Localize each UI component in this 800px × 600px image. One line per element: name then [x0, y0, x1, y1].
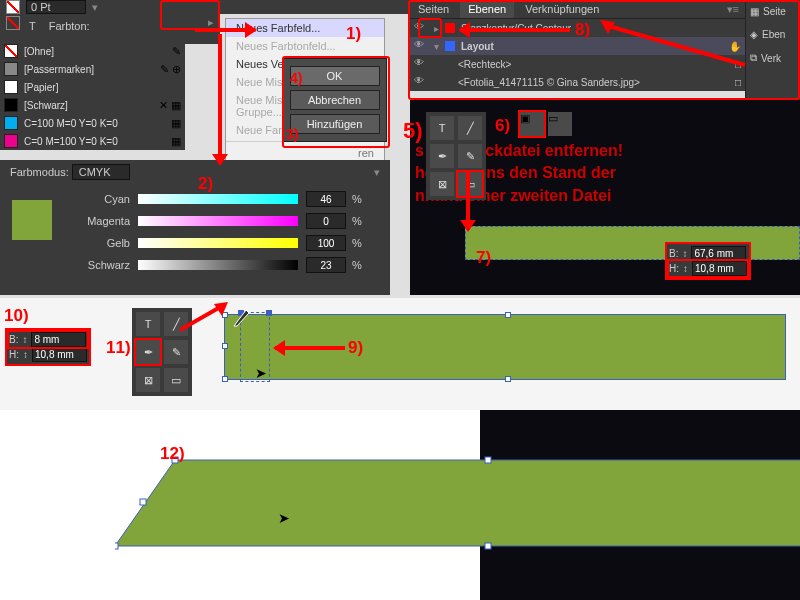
annotation-label: 12) — [160, 444, 185, 464]
none-swatch-icon — [4, 44, 18, 58]
pencil-icon: ✎ — [172, 45, 181, 58]
annotation-box — [160, 0, 220, 30]
magenta-swatch-icon — [4, 134, 18, 148]
annotation-arrow — [180, 302, 230, 332]
colormode-select[interactable]: CMYK — [72, 164, 130, 180]
swatch-row[interactable]: [Passermarken] ✎ ⊕ — [0, 60, 185, 78]
frame-tool-icon[interactable]: ⊠ — [430, 172, 454, 196]
type-tool-icon[interactable]: T — [430, 116, 454, 140]
swatch-name: [Schwarz] — [24, 100, 153, 111]
swatch-row[interactable]: [Schwarz] ✕ ▦ — [0, 96, 185, 114]
slider-track[interactable] — [138, 260, 298, 270]
svg-rect-3 — [115, 543, 118, 549]
annotation-label: 5) — [403, 118, 423, 144]
height-field[interactable] — [32, 347, 87, 362]
annotation-label: 2) — [198, 174, 213, 194]
slider-value-input[interactable] — [306, 257, 346, 273]
slider-yellow[interactable]: Gelb % — [70, 232, 380, 254]
swatch-name: C=100 M=0 Y=0 K=0 — [24, 118, 165, 129]
tool-cluster-frame: ▣ ▭ — [520, 112, 572, 136]
width-field[interactable] — [31, 332, 86, 347]
swatch-row[interactable]: [Papier] — [0, 78, 185, 96]
percent-label: % — [352, 215, 362, 227]
annotation-label: 1) — [346, 24, 361, 44]
annotation-arrow — [466, 170, 470, 230]
pencil-tool-icon[interactable]: ✎ — [164, 340, 188, 364]
cyan-swatch-icon — [4, 116, 18, 130]
slider-label: Cyan — [70, 193, 130, 205]
swatch-name: [Passermarken] — [24, 64, 154, 75]
slider-label: Gelb — [70, 237, 130, 249]
slider-value-input[interactable] — [306, 213, 346, 229]
slider-black[interactable]: Schwarz % — [70, 254, 380, 276]
svg-rect-2 — [485, 457, 491, 463]
colormode-label: Farbmodus: — [10, 166, 69, 178]
rectangle-tool-icon[interactable]: ▭ — [458, 172, 482, 196]
slider-track[interactable] — [138, 194, 298, 204]
swatches-panel: [Ohne] ✎ [Passermarken] ✎ ⊕ [Papier] [Sc… — [0, 42, 185, 150]
black-swatch-icon — [4, 98, 18, 112]
annotation-label: 7) — [476, 248, 491, 268]
cursor-icon: ➤ — [278, 510, 290, 526]
pen-cursor-icon — [232, 308, 252, 328]
annotation-arrow — [600, 20, 750, 70]
swatch-name: [Papier] — [24, 82, 181, 93]
dimension-readout-top: B:↕ H:↕ — [665, 242, 751, 280]
slider-track[interactable] — [138, 216, 298, 226]
swatch-name: C=0 M=100 Y=0 K=0 — [24, 136, 165, 147]
slider-track[interactable] — [138, 238, 298, 248]
annotation-arrow — [275, 346, 345, 350]
percent-label: % — [352, 259, 362, 271]
paper-swatch-icon — [4, 80, 18, 94]
svg-rect-4 — [485, 543, 491, 549]
annotation-label: 6) — [495, 116, 510, 136]
cursor-icon: ➤ — [255, 365, 267, 381]
no-fill-icon — [6, 0, 20, 14]
type-tool-icon[interactable]: T — [136, 312, 160, 336]
registration-swatch-icon — [4, 62, 18, 76]
slider-magenta[interactable]: Magenta % — [70, 210, 380, 232]
annotation-label: 11) — [106, 338, 131, 358]
annotation-label: 3) — [286, 126, 298, 142]
pen-tool-icon[interactable]: ✒ — [430, 144, 454, 168]
line-tool-icon[interactable]: ╱ — [458, 116, 482, 140]
preview-swatch — [12, 200, 52, 240]
slider-value-input[interactable] — [306, 235, 346, 251]
annotation-label: 10) — [4, 306, 29, 326]
slider-label: Schwarz — [70, 259, 130, 271]
color-mode-panel: Farbmodus: CMYK ▾ Cyan % Magenta % Gelb … — [0, 160, 390, 295]
swatch-row[interactable]: [Ohne] ✎ — [0, 42, 185, 60]
slider-label: Magenta — [70, 215, 130, 227]
frame-button[interactable]: ▣ — [520, 112, 544, 136]
tool-cluster-top: T ╱ ✒ ✎ ⊠ ▭ — [426, 112, 486, 200]
swatch-name: [Ohne] — [24, 46, 166, 57]
percent-label: % — [352, 237, 362, 249]
width-field[interactable] — [691, 246, 746, 261]
slider-cyan[interactable]: Cyan % — [70, 188, 380, 210]
pen-tool-icon[interactable]: ✒ — [136, 340, 160, 364]
rectangle-tool-icon[interactable]: ▭ — [164, 368, 188, 392]
pencil-tool-icon[interactable]: ✎ — [458, 144, 482, 168]
swatch-row[interactable]: C=0 M=100 Y=0 K=0 ▦ — [0, 132, 185, 150]
annotation-arrow — [218, 34, 222, 164]
stroke-weight-field[interactable]: 0 Pt — [26, 0, 86, 14]
green-polygon-bottom[interactable] — [115, 454, 800, 584]
annotation-label: 4) — [290, 70, 302, 86]
frame-tool-icon[interactable]: ⊠ — [136, 368, 160, 392]
farbton-label: Farbton: — [49, 20, 90, 32]
annotation-arrow — [195, 28, 255, 32]
slider-value-input[interactable] — [306, 191, 346, 207]
no-fill-icon — [6, 16, 20, 30]
dimension-readout-mid: B:↕ H:↕ — [5, 328, 91, 366]
svg-rect-5 — [140, 499, 146, 505]
annotation-label: 9) — [348, 338, 363, 358]
svg-marker-0 — [115, 460, 800, 546]
percent-label: % — [352, 193, 362, 205]
frame-button-alt[interactable]: ▭ — [548, 112, 572, 136]
height-field[interactable] — [692, 261, 747, 276]
swatch-row[interactable]: C=100 M=0 Y=0 K=0 ▦ — [0, 114, 185, 132]
